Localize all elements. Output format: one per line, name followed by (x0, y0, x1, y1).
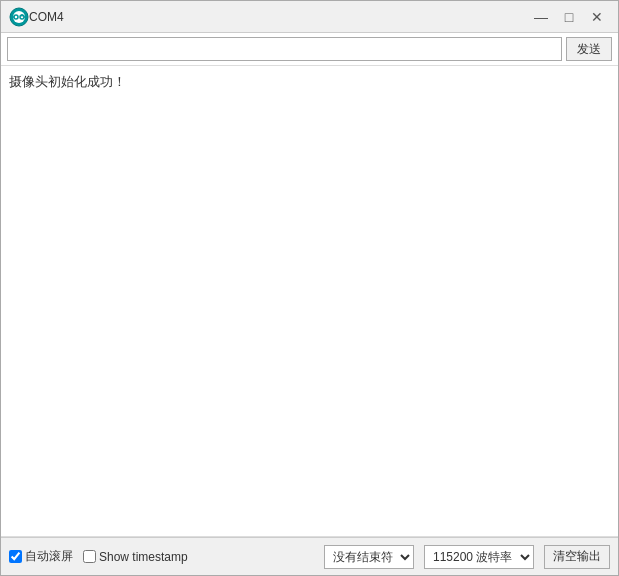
timestamp-checkbox[interactable] (83, 550, 96, 563)
serial-input[interactable] (7, 37, 562, 61)
toolbar: 发送 (1, 33, 618, 66)
clear-button[interactable]: 清空输出 (544, 545, 610, 569)
arduino-icon (9, 7, 29, 27)
line-ending-select[interactable]: 没有结束符 换行 回车 换行和回车 (324, 545, 414, 569)
autoscroll-text: 自动滚屏 (25, 548, 73, 565)
svg-point-1 (13, 11, 25, 23)
maximize-button[interactable]: □ (556, 6, 582, 28)
output-area: 摄像头初始化成功！ (1, 66, 618, 537)
autoscroll-label[interactable]: 自动滚屏 (9, 548, 73, 565)
send-button[interactable]: 发送 (566, 37, 612, 61)
baud-rate-select[interactable]: 300 1200 2400 4800 9600 19200 38400 5760… (424, 545, 534, 569)
window-title: COM4 (29, 10, 528, 24)
title-bar: COM4 — □ ✕ (1, 1, 618, 33)
main-window: COM4 — □ ✕ 发送 摄像头初始化成功！ 自动滚屏 Show timest… (0, 0, 619, 576)
output-line: 摄像头初始化成功！ (9, 72, 610, 93)
minimize-button[interactable]: — (528, 6, 554, 28)
autoscroll-checkbox[interactable] (9, 550, 22, 563)
timestamp-text: Show timestamp (99, 550, 188, 564)
timestamp-label[interactable]: Show timestamp (83, 550, 188, 564)
title-controls: — □ ✕ (528, 6, 610, 28)
status-bar: 自动滚屏 Show timestamp 没有结束符 换行 回车 换行和回车 30… (1, 537, 618, 575)
close-button[interactable]: ✕ (584, 6, 610, 28)
